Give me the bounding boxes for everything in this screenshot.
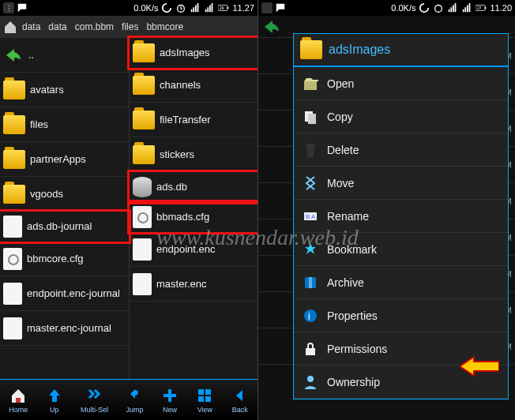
- list-item-label: fileTransfer: [160, 114, 211, 126]
- folder-icon: [133, 111, 155, 129]
- file-icon: [133, 273, 152, 295]
- svg-rect-11: [261, 2, 273, 13]
- list-item-label: avatars: [30, 84, 64, 96]
- menu-label: Bookmark: [327, 243, 377, 256]
- signal-icon: [447, 2, 458, 13]
- menu-properties[interactable]: iProperties: [294, 299, 508, 332]
- crumb[interactable]: data: [19, 21, 43, 32]
- db-icon: [133, 177, 152, 197]
- list-item[interactable]: master.enc: [130, 267, 258, 302]
- jump-icon: [126, 387, 144, 404]
- back-row[interactable]: ..: [0, 38, 129, 73]
- sync-icon: [161, 2, 172, 13]
- tool-jump[interactable]: Jump: [126, 387, 144, 414]
- file-icon: [3, 317, 22, 339]
- svg-text:26: 26: [220, 6, 225, 10]
- tool-home[interactable]: Home: [9, 387, 28, 414]
- sync-icon: [419, 2, 430, 13]
- crumb[interactable]: data: [45, 21, 70, 32]
- open-icon: [302, 75, 319, 92]
- tool-label: Multi-Sel: [81, 406, 108, 414]
- tool-label: Jump: [126, 406, 144, 414]
- svg-point-12: [435, 6, 442, 13]
- list-item[interactable]: avatars: [0, 73, 129, 107]
- delete-icon: [302, 141, 319, 159]
- home-icon[interactable]: [3, 20, 17, 34]
- cfg-icon: [3, 248, 22, 270]
- back-label: ..: [28, 50, 34, 61]
- menu-archive[interactable]: Archive: [294, 266, 508, 299]
- list-item-label: partnerApps: [30, 154, 86, 165]
- status-bar: 0.0K/s 27 11.20: [258, 0, 515, 16]
- list-item[interactable]: ads.db-journal: [0, 209, 131, 244]
- list-item[interactable]: vgoods: [0, 177, 129, 212]
- folder-icon: [3, 150, 25, 169]
- menu-move[interactable]: Move: [294, 167, 508, 200]
- alarm-icon: [433, 2, 444, 13]
- rename-icon: B A: [302, 208, 319, 225]
- list-item[interactable]: stickers: [130, 137, 258, 172]
- list-item[interactable]: bbmcore.cfg: [0, 242, 129, 276]
- context-title-row: adsImages: [294, 34, 508, 67]
- list-item[interactable]: channels: [130, 68, 258, 103]
- multisel-icon: [86, 387, 103, 404]
- back-arrow-icon: [261, 19, 282, 35]
- crumb[interactable]: com.bbm: [72, 21, 117, 32]
- folder-icon: [300, 40, 322, 59]
- net-speed: 0.0K/s: [391, 3, 415, 13]
- clock: 11.27: [232, 3, 254, 13]
- list-item[interactable]: master.enc-journal: [0, 311, 129, 346]
- status-bar: ⋮⋮ 0.0K/s 26 11.27: [0, 0, 258, 16]
- list-item[interactable]: fileTransfer: [130, 103, 258, 137]
- list-item[interactable]: adsImages: [127, 36, 258, 70]
- phone-right: 0.0K/s 27 11.20 PMPMPMPMPMPMPMPMPM adsIm…: [258, 0, 515, 420]
- list-item[interactable]: endpoint.enc-journal: [0, 276, 129, 311]
- svg-rect-22: [309, 277, 312, 288]
- breadcrumb[interactable]: data data com.bbm files bbmcore: [0, 16, 258, 38]
- bbm-icon: ⋮⋮: [3, 2, 14, 13]
- menu-delete[interactable]: Delete: [294, 133, 508, 167]
- permissions-icon: [302, 340, 319, 358]
- list-item[interactable]: bbmads.cfg: [127, 200, 258, 234]
- tool-new[interactable]: New: [161, 387, 179, 414]
- svg-point-23: [304, 309, 317, 322]
- archive-icon: [302, 274, 319, 291]
- svg-text:i: i: [308, 311, 310, 322]
- menu-open[interactable]: Open: [294, 67, 508, 100]
- list-item[interactable]: endpoint.enc: [130, 232, 258, 267]
- phone-left: ⋮⋮ 0.0K/s 26 11.27 data data com.bbm fil…: [0, 0, 258, 420]
- folder-icon: [133, 43, 155, 62]
- list-item-label: stickers: [160, 149, 194, 160]
- tool-multisel[interactable]: Multi-Sel: [81, 387, 108, 414]
- crumb[interactable]: files: [118, 21, 141, 32]
- svg-rect-7: [198, 389, 204, 395]
- crumb[interactable]: bbmcore: [143, 21, 186, 32]
- menu-bookmark[interactable]: Bookmark: [294, 233, 508, 266]
- chat-icon: [275, 2, 286, 13]
- svg-rect-8: [205, 389, 211, 395]
- new-icon: [161, 387, 179, 404]
- list-item-label: master.enc: [156, 279, 207, 290]
- list-item[interactable]: files: [0, 107, 129, 142]
- svg-rect-25: [306, 348, 315, 355]
- tool-up[interactable]: Up: [46, 387, 63, 414]
- list-item[interactable]: partnerApps: [0, 142, 129, 177]
- menu-copy[interactable]: Copy: [294, 100, 508, 133]
- back-arrow-icon: [3, 47, 24, 63]
- tool-label: Back: [232, 406, 248, 414]
- svg-text:⋮⋮: ⋮⋮: [6, 5, 14, 13]
- signal-icon: [190, 2, 201, 13]
- svg-rect-6: [16, 398, 21, 403]
- home-icon: [9, 387, 27, 404]
- properties-icon: i: [302, 307, 319, 324]
- alarm-icon: [175, 2, 186, 13]
- menu-label: Open: [327, 77, 354, 90]
- folder-icon: [133, 145, 155, 164]
- tool-back[interactable]: Back: [231, 387, 249, 414]
- menu-label: Copy: [327, 111, 353, 123]
- list-item-label: endpoint.enc: [156, 244, 215, 255]
- file-icon: [133, 238, 152, 261]
- copy-icon: [302, 108, 319, 126]
- menu-rename[interactable]: B ARename: [294, 200, 508, 233]
- tool-view[interactable]: View: [196, 387, 213, 414]
